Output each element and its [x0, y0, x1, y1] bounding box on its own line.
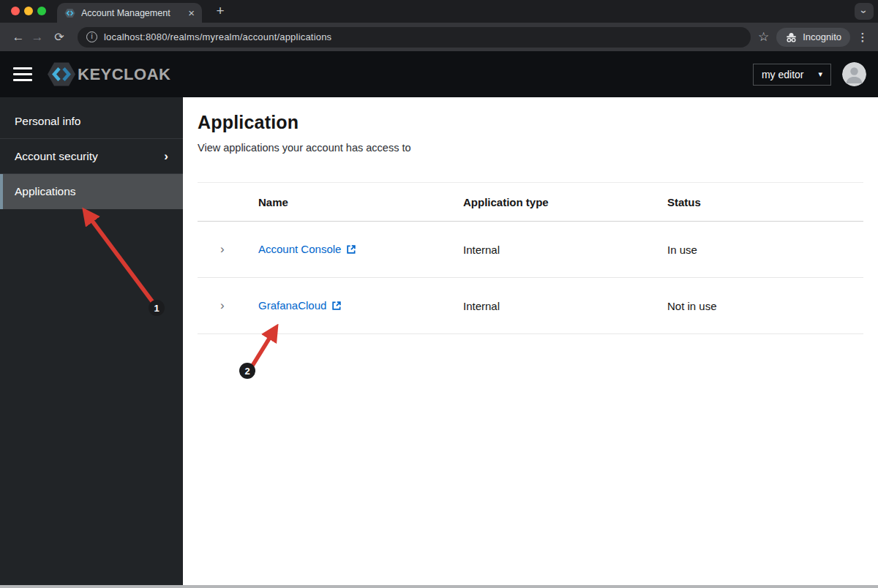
- table-row-account-console: › Account Console Internal In use: [198, 222, 863, 278]
- expand-row-chevron-icon[interactable]: ›: [198, 242, 258, 257]
- reload-icon[interactable]: ⟳: [50, 30, 69, 44]
- browser-toolbar: ← → ⟳ i localhost:8080/realms/myrealm/ac…: [0, 23, 878, 51]
- sidebar-item-label: Account security: [15, 150, 98, 163]
- back-icon[interactable]: ←: [9, 30, 28, 45]
- incognito-badge: Incognito: [776, 28, 850, 47]
- sidebar-item-personal-info[interactable]: Personal info: [0, 104, 183, 139]
- browser-tab-strip: Account Management × + ›: [0, 0, 878, 23]
- address-bar[interactable]: i localhost:8080/realms/myrealm/account/…: [78, 27, 751, 48]
- window-bottom-edge: [0, 585, 878, 588]
- site-info-icon[interactable]: i: [86, 31, 97, 42]
- browser-tab[interactable]: Account Management ×: [57, 3, 202, 23]
- maximize-window-button[interactable]: [37, 7, 46, 15]
- column-header-status: Status: [667, 196, 863, 208]
- close-window-button[interactable]: [11, 7, 20, 15]
- bookmark-star-icon[interactable]: ☆: [758, 29, 769, 45]
- page-title: Application: [198, 112, 863, 133]
- incognito-label: Incognito: [803, 31, 841, 42]
- applications-page: Application View applications your accou…: [183, 97, 878, 588]
- table-header-row: Name Application type Status: [198, 183, 863, 222]
- minimize-window-button[interactable]: [24, 7, 33, 15]
- keycloak-logo-icon: [47, 61, 76, 87]
- browser-menu-icon[interactable]: ⋮: [856, 31, 869, 44]
- url-text: localhost:8080/realms/myrealm/account/ap…: [104, 31, 331, 42]
- caret-down-icon: ▾: [818, 69, 822, 79]
- table-row-grafanacloud: › GrafanaCloud Internal Not in use: [198, 278, 863, 334]
- page-subtitle: View applications your account has acces…: [198, 142, 863, 154]
- column-header-application-type: Application type: [463, 196, 667, 208]
- expand-row-chevron-icon[interactable]: ›: [198, 298, 258, 313]
- sidebar-item-applications[interactable]: Applications: [0, 174, 183, 209]
- tab-search-chevron-button[interactable]: ›: [855, 3, 874, 20]
- realm-selector-value: my editor: [762, 69, 804, 80]
- browser-window: Account Management × + › ← → ⟳ i localho…: [0, 0, 878, 588]
- hamburger-menu-icon[interactable]: [13, 67, 32, 81]
- tab-title: Account Management: [81, 8, 182, 18]
- avatar-person-icon: [842, 62, 866, 86]
- account-console-link[interactable]: Account Console: [258, 243, 356, 255]
- status-cell: Not in use: [667, 300, 863, 312]
- incognito-spy-icon: [785, 31, 798, 42]
- application-type-cell: Internal: [463, 300, 667, 312]
- sidebar-item-label: Applications: [15, 185, 76, 198]
- external-link-icon: [346, 244, 356, 255]
- tab-close-icon[interactable]: ×: [188, 7, 195, 18]
- status-cell: In use: [667, 244, 863, 256]
- chevron-down-icon: ›: [858, 10, 870, 13]
- application-type-cell: Internal: [463, 244, 667, 256]
- new-tab-button[interactable]: +: [211, 2, 229, 20]
- user-avatar[interactable]: [842, 62, 866, 86]
- keycloak-logo-text: KEYCLOAK: [78, 65, 170, 84]
- keycloak-logo: KEYCLOAK: [47, 61, 170, 87]
- realm-selector-dropdown[interactable]: my editor ▾: [753, 64, 831, 86]
- sidebar-item-account-security[interactable]: Account security ›: [0, 139, 183, 174]
- applications-table: Name Application type Status › Account C…: [198, 182, 863, 334]
- tab-favicon-keycloak-icon: [64, 8, 75, 18]
- chevron-right-icon: ›: [164, 149, 168, 164]
- grafanacloud-link[interactable]: GrafanaCloud: [258, 299, 342, 312]
- external-link-icon: [331, 301, 342, 311]
- column-header-name: Name: [258, 196, 463, 208]
- sidebar-item-label: Personal info: [15, 115, 80, 128]
- keycloak-masthead: KEYCLOAK my editor ▾: [0, 51, 878, 97]
- forward-icon[interactable]: →: [28, 30, 47, 45]
- account-sidebar: Personal info Account security › Applica…: [0, 97, 183, 588]
